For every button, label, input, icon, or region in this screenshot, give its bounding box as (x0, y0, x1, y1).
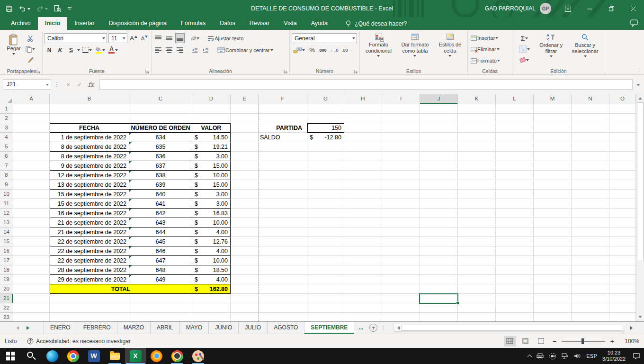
cell-N1[interactable] (572, 104, 609, 114)
cell-K9[interactable] (458, 180, 496, 190)
cell-O22[interactable] (609, 303, 636, 313)
cell-I15[interactable] (382, 237, 420, 246)
cell-D20[interactable]: $162.80 (192, 284, 231, 294)
confirm-entry-icon[interactable]: ✓ (74, 79, 85, 90)
cell-O6[interactable] (609, 152, 636, 161)
cell-L9[interactable] (496, 180, 534, 190)
row-header-18[interactable]: 18 (0, 265, 13, 275)
cell-H15[interactable] (344, 237, 382, 246)
cell-K20[interactable] (458, 284, 496, 294)
cell-L17[interactable] (496, 256, 534, 265)
tell-me-search[interactable]: ¿Qué desea hacer? (345, 17, 407, 30)
row-header-22[interactable]: 22 (0, 303, 13, 313)
decrease-indent-button[interactable] (190, 45, 199, 55)
cell-I12[interactable] (382, 209, 420, 218)
ribbon-tab-ayuda[interactable]: Ayuda (304, 17, 335, 30)
align-middle-button[interactable] (164, 33, 174, 43)
sheet-next-icon[interactable] (25, 326, 33, 330)
cell-B17[interactable]: 22 de septiembre de 2022 (50, 256, 129, 265)
cell-J17[interactable] (420, 256, 458, 265)
cell-L11[interactable] (496, 199, 534, 209)
column-header-O[interactable]: O (609, 94, 636, 104)
cell-A4[interactable] (13, 133, 50, 142)
taskbar-search[interactable] (21, 348, 42, 364)
cell-N10[interactable] (572, 190, 609, 199)
cell-B11[interactable]: 15 de septiembre de 2022 (50, 199, 129, 209)
ribbon-tab-vista[interactable]: Vista (277, 17, 304, 30)
cell-M15[interactable] (534, 237, 572, 246)
cell-A14[interactable] (13, 228, 50, 237)
language-indicator[interactable]: ESP (586, 353, 597, 359)
cell-I21[interactable] (382, 294, 420, 303)
cell-J20[interactable] (420, 284, 458, 294)
row-header-23[interactable]: 23 (0, 313, 13, 321)
cell-E17[interactable] (231, 256, 259, 265)
cell-F18[interactable] (259, 265, 307, 275)
cell-K16[interactable] (458, 246, 496, 256)
cell-A8[interactable] (13, 171, 50, 180)
scroll-right-icon[interactable] (628, 326, 636, 330)
column-header-E[interactable]: E (231, 94, 259, 104)
clear-button[interactable] (514, 55, 535, 65)
expand-formula-bar-icon[interactable] (636, 84, 640, 88)
cell-K12[interactable] (458, 209, 496, 218)
cell-A5[interactable] (13, 142, 50, 152)
fill-button[interactable]: ↓ (514, 44, 535, 54)
cell-C12[interactable]: 642 (129, 209, 192, 218)
font-color-button[interactable]: A (107, 45, 119, 55)
cell-D13[interactable]: $10.00 (192, 218, 231, 228)
cell-O1[interactable] (609, 104, 636, 114)
cell-G4[interactable]: $-12.80 (307, 133, 344, 142)
cell-A16[interactable] (13, 246, 50, 256)
meet-now-icon[interactable] (549, 353, 556, 360)
cell-E11[interactable] (231, 199, 259, 209)
taskbar-edge[interactable] (42, 348, 63, 364)
row-header-21[interactable]: 21 (0, 294, 13, 303)
borders-button[interactable] (81, 45, 93, 55)
column-header-D[interactable]: D (192, 94, 231, 104)
comma-style-button[interactable]: 000 (318, 45, 328, 55)
cell-I11[interactable] (382, 199, 420, 209)
cell-D18[interactable]: $18.50 (192, 265, 231, 275)
cell-M4[interactable] (534, 133, 572, 142)
cell-E13[interactable] (231, 218, 259, 228)
cell-N20[interactable] (572, 284, 609, 294)
cell-N3[interactable] (572, 123, 609, 133)
cell-A20[interactable] (13, 284, 50, 294)
customize-qat-icon[interactable] (67, 6, 72, 11)
cell-F23[interactable] (259, 313, 307, 321)
cell-G22[interactable] (307, 303, 344, 313)
sheet-tab-more[interactable]: ... (354, 322, 367, 334)
cell-I7[interactable] (382, 161, 420, 171)
cell-A22[interactable] (13, 303, 50, 313)
column-header-F[interactable]: F (259, 94, 307, 104)
cell-M14[interactable] (534, 228, 572, 237)
cell-N11[interactable] (572, 199, 609, 209)
cell-J2[interactable] (420, 114, 458, 123)
cell-J18[interactable] (420, 265, 458, 275)
row-header-11[interactable]: 11 (0, 199, 13, 209)
cell-J1[interactable] (420, 104, 458, 114)
cell-G15[interactable] (307, 237, 344, 246)
merge-center-button[interactable]: Combinar y centrar (216, 45, 274, 55)
cell-F11[interactable] (259, 199, 307, 209)
cell-L3[interactable] (496, 123, 534, 133)
undo-dropdown-icon[interactable] (27, 8, 30, 11)
align-bottom-button[interactable] (175, 33, 185, 43)
cell-J12[interactable] (420, 209, 458, 218)
cell-M17[interactable] (534, 256, 572, 265)
new-sheet-icon[interactable]: + (369, 324, 377, 332)
underline-dropdown-icon[interactable] (77, 49, 80, 53)
sheet-tab-febrero[interactable]: FEBRERO (77, 322, 117, 334)
taskbar-chrome[interactable] (63, 348, 83, 364)
cell-C16[interactable]: 646 (129, 246, 192, 256)
cell-D1[interactable] (192, 104, 231, 114)
cell-B7[interactable]: 9 de septiembre de 2022 (50, 161, 129, 171)
increase-indent-button[interactable] (201, 45, 210, 55)
cell-H12[interactable] (344, 209, 382, 218)
cell-D7[interactable]: $15.00 (192, 161, 231, 171)
cell-O3[interactable] (609, 123, 636, 133)
cell-O23[interactable] (609, 313, 636, 321)
cell-M21[interactable] (534, 294, 572, 303)
cell-F1[interactable] (259, 104, 307, 114)
